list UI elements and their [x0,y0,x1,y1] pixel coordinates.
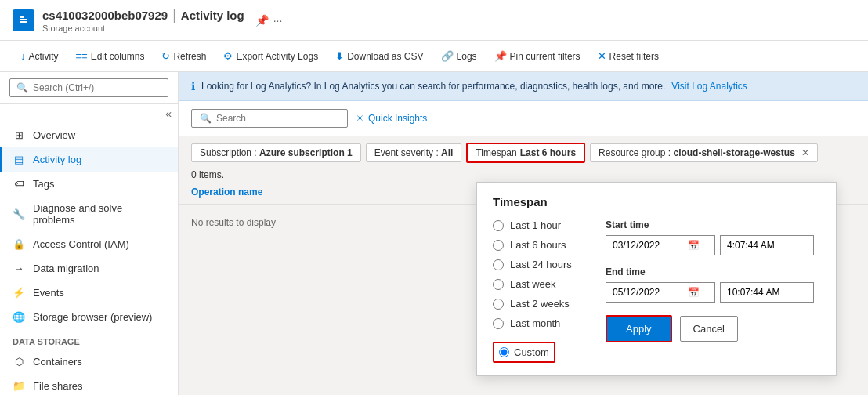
refresh-label: Refresh [173,51,206,62]
more-icon[interactable]: ··· [273,14,283,27]
resource-icon [13,9,34,31]
sidebar-item-label: Activity log [33,154,81,165]
refresh-icon: ↻ [161,50,170,62]
sidebar-item-diagnose[interactable]: 🔧 Diagnose and solve problems [0,196,178,232]
radio-custom-input[interactable] [499,347,509,357]
toolbar-edit-columns[interactable]: ≡≡ Edit columns [68,45,153,67]
sidebar-item-access-control[interactable]: 🔒 Access Control (IAM) [0,232,178,256]
toolbar-refresh[interactable]: ↻ Refresh [154,45,214,67]
file-shares-icon: 📁 [13,380,25,392]
title-text: cs410032000beb07929 | Activity log Stora… [42,7,244,33]
pin-filters-icon: 📌 [494,50,507,62]
popup-body: Last 1 hour Last 6 hours Last 24 hours [493,219,820,363]
radio-last-2-weeks-input[interactable] [493,299,504,310]
popup-overlay: Timespan Last 1 hour Last 6 hours [179,72,868,395]
search-input-wrap[interactable]: 🔍 [9,78,168,97]
activity-icon: ↓ [20,50,26,62]
sidebar: 🔍 « ⊞ Overview ▤ Activity log 🏷 Tags 🔧 D… [0,72,179,395]
start-time-label: Start time [606,219,820,230]
end-time-label: End time [606,266,820,277]
end-time-input[interactable] [727,287,807,298]
sidebar-item-tags[interactable]: 🏷 Tags [0,172,178,196]
start-time-input[interactable] [727,240,807,251]
toolbar-activity[interactable]: ↓ Activity [13,45,67,67]
radio-last-week-input[interactable] [493,279,504,290]
radio-last-1-hour-label: Last 1 hour [510,219,561,231]
toolbar-export[interactable]: ⚙ Export Activity Logs [215,45,326,67]
popup-title: Timespan [493,195,820,208]
sidebar-item-file-shares[interactable]: 📁 File shares [0,374,178,395]
start-date-calendar-icon[interactable]: 📅 [688,240,700,251]
export-label: Export Activity Logs [236,51,318,62]
sidebar-item-label: Overview [33,129,75,141]
sidebar-item-containers[interactable]: ⬡ Containers [0,350,178,374]
download-icon: ⬇ [335,50,344,62]
sidebar-item-events[interactable]: ⚡ Events [0,281,178,305]
radio-last-24-hours-input[interactable] [493,259,504,270]
toolbar-pin-filters[interactable]: 📌 Pin current filters [486,45,588,67]
start-date-input[interactable] [613,240,683,251]
sidebar-item-data-migration[interactable]: → Data migration [0,256,178,281]
sidebar-item-label: Diagnose and solve problems [33,202,165,226]
title-bar: cs410032000beb07929 | Activity log Stora… [0,0,868,41]
end-date-input-wrap[interactable]: 📅 [606,282,715,303]
sidebar-item-overview[interactable]: ⊞ Overview [0,123,178,147]
access-control-icon: 🔒 [13,238,25,250]
svg-rect-3 [20,16,24,18]
radio-custom-label: Custom [514,346,549,358]
start-date-input-wrap[interactable]: 📅 [606,235,715,255]
radio-list: Last 1 hour Last 6 hours Last 24 hours [493,219,587,363]
logs-icon: 🔗 [441,50,454,62]
reset-filters-icon: ✕ [598,50,606,62]
data-migration-icon: → [13,263,25,274]
timespan-popup: Timespan Last 1 hour Last 6 hours [476,182,837,376]
toolbar-logs[interactable]: 🔗 Logs [433,45,485,67]
pin-filters-label: Pin current filters [510,51,580,62]
sidebar-item-label: Access Control (IAM) [33,238,129,250]
sidebar-search-input[interactable] [33,82,161,93]
radio-last-month-input[interactable] [493,318,504,329]
resource-type: Storage account [42,24,244,33]
sidebar-item-label: File shares [33,380,83,392]
edit-columns-label: Edit columns [91,51,145,62]
apply-button[interactable]: Apply [606,315,672,342]
radio-last-month-label: Last month [510,317,560,329]
sidebar-item-activity-log[interactable]: ▤ Activity log [0,147,178,172]
radio-last-month[interactable]: Last month [493,317,587,329]
data-storage-section: Data storage [0,329,178,350]
radio-last-1-hour-input[interactable] [493,220,504,231]
content-area: ℹ Looking for Log Analytics? In Log Anal… [179,72,868,395]
end-time-input-wrap[interactable] [720,282,814,303]
toolbar: ↓ Activity ≡≡ Edit columns ↻ Refresh ⚙ E… [0,41,868,72]
custom-radio-highlighted[interactable]: Custom [493,342,555,363]
end-date-input[interactable] [613,287,683,298]
time-inputs: Start time 📅 End time [606,219,820,363]
sidebar-collapse-icon[interactable]: « [165,107,172,120]
radio-last-2-weeks-label: Last 2 weeks [510,298,570,310]
radio-last-24-hours[interactable]: Last 24 hours [493,259,587,270]
end-date-calendar-icon[interactable]: 📅 [688,287,700,298]
cancel-button[interactable]: Cancel [680,316,738,342]
radio-last-2-weeks[interactable]: Last 2 weeks [493,298,587,310]
radio-last-6-hours[interactable]: Last 6 hours [493,239,587,251]
sidebar-item-storage-browser[interactable]: 🌐 Storage browser (preview) [0,305,178,329]
start-time-row: 📅 [606,235,820,255]
toolbar-reset-filters[interactable]: ✕ Reset filters [590,45,667,67]
radio-last-week-label: Last week [510,278,556,290]
radio-last-week[interactable]: Last week [493,278,587,290]
download-label: Download as CSV [347,51,423,62]
export-icon: ⚙ [223,50,233,62]
toolbar-download[interactable]: ⬇ Download as CSV [327,45,431,67]
start-time-input-wrap[interactable] [720,235,814,255]
events-icon: ⚡ [13,287,25,299]
radio-last-6-hours-input[interactable] [493,240,504,251]
diagnose-icon: 🔧 [13,208,25,220]
activity-label: Activity [29,51,59,62]
pin-icon[interactable]: 📌 [255,14,269,27]
edit-columns-icon: ≡≡ [76,50,88,62]
storage-browser-icon: 🌐 [13,311,25,323]
activity-log-icon: ▤ [13,154,25,165]
radio-last-1-hour[interactable]: Last 1 hour [493,219,587,231]
sidebar-item-label: Data migration [33,263,99,274]
radio-last-24-hours-label: Last 24 hours [510,259,572,270]
